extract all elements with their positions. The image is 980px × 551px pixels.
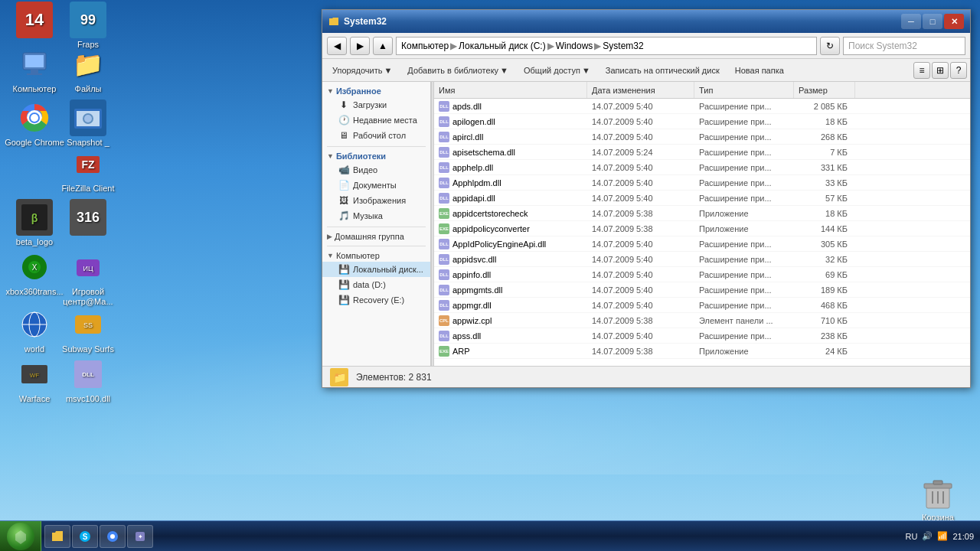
col-header-date[interactable]: Дата изменения bbox=[587, 82, 694, 98]
path-part-2[interactable]: Windows bbox=[556, 41, 593, 51]
favorites-header[interactable]: ▼ Избранное bbox=[322, 85, 430, 97]
table-row[interactable]: EXE ARP 14.07.2009 5:38 Приложение 24 КБ bbox=[434, 344, 970, 359]
table-row[interactable]: DLL apilogen.dll 14.07.2009 5:40 Расшире… bbox=[434, 114, 970, 129]
new-folder-button[interactable]: Новая папка bbox=[728, 61, 791, 80]
desktop-icon-filezilla[interactable]: FZ FileZilla Client bbox=[57, 145, 119, 194]
up-button[interactable]: ▲ bbox=[373, 37, 393, 55]
desktop-icon-msvc[interactable]: DLL msvc100.dll bbox=[57, 356, 119, 404]
table-row[interactable]: DLL apircl.dll 14.07.2009 5:40 Расширени… bbox=[434, 129, 970, 145]
table-row[interactable]: DLL appidsvc.dll 14.07.2009 5:40 Расшире… bbox=[434, 252, 970, 267]
taskbar-explorer[interactable] bbox=[44, 525, 70, 548]
path-sep-0: ▶ bbox=[450, 41, 457, 51]
taskbar-chrome[interactable] bbox=[100, 525, 126, 548]
desktop-icon-files[interactable]: 📁 Файлы bbox=[57, 46, 119, 94]
close-button[interactable]: ✕ bbox=[944, 14, 964, 29]
nav-documents[interactable]: 📄 Документы bbox=[322, 178, 430, 193]
col-header-name[interactable]: Имя bbox=[434, 82, 587, 98]
explorer-taskbar-icon bbox=[51, 530, 64, 543]
nav-local-disk[interactable]: 💾 Локальный диск... bbox=[322, 262, 430, 277]
desktop-icon-number14[interactable]: 14 bbox=[4, 2, 65, 40]
col-header-type[interactable]: Тип bbox=[694, 82, 794, 98]
table-row[interactable]: DLL appidapi.dll 14.07.2009 5:40 Расшире… bbox=[434, 191, 970, 206]
libraries-header[interactable]: ▼ Библиотеки bbox=[322, 150, 430, 162]
file-name: apds.dll bbox=[452, 102, 482, 111]
address-path[interactable]: Компьютер ▶ Локальный диск (C:) ▶ Window… bbox=[396, 37, 817, 55]
table-row[interactable]: EXE appidcertstorecheck 14.07.2009 5:38 … bbox=[434, 206, 970, 221]
file-date-cell: 14.07.2009 5:38 bbox=[587, 209, 694, 218]
desktop-icon-world[interactable]: world bbox=[4, 306, 65, 354]
table-row[interactable]: DLL appmgmts.dll 14.07.2009 5:40 Расшире… bbox=[434, 282, 970, 298]
organize-button[interactable]: Упорядочить ▼ bbox=[325, 61, 399, 80]
desktop-icon-igrovoy[interactable]: ИЦ Игровой центр@Ма... bbox=[57, 249, 119, 307]
nav-section-libraries: ▼ Библиотеки 📹 Видео 📄 Документы 🖼 Изобр… bbox=[322, 150, 430, 223]
table-row[interactable]: DLL apisetschema.dll 14.07.2009 5:24 Рас… bbox=[434, 145, 970, 160]
homegroup-header[interactable]: ▶ Домашняя группа bbox=[322, 230, 430, 243]
table-row[interactable]: EXE appidpolicyconverter 14.07.2009 5:38… bbox=[434, 221, 970, 236]
computer-header[interactable]: ▼ Компьютер bbox=[322, 249, 430, 262]
nav-downloads[interactable]: ⬇ Загрузки bbox=[322, 97, 430, 112]
share-button[interactable]: Общий доступ ▼ bbox=[517, 61, 597, 80]
file-type-cell: Приложение bbox=[694, 209, 794, 218]
desktop-icon-snapshot[interactable]: Snapshot _ bbox=[57, 99, 119, 148]
start-button[interactable] bbox=[0, 521, 41, 552]
view-details-button[interactable]: ≡ bbox=[913, 62, 930, 79]
nav-images[interactable]: 🖼 Изображения bbox=[322, 193, 430, 208]
desktop-icon-number99[interactable]: 99 Fraps bbox=[57, 2, 119, 50]
nav-recovery-e[interactable]: 💾 Recovery (E:) bbox=[322, 292, 430, 308]
view-tiles-button[interactable]: ⊞ bbox=[932, 62, 949, 79]
desktop-icon-chrome[interactable]: Google Chrome bbox=[4, 99, 65, 148]
tray-network-icon[interactable]: 📶 bbox=[937, 531, 948, 541]
col-header-size[interactable]: Размер bbox=[794, 82, 855, 98]
table-row[interactable]: DLL apss.dll 14.07.2009 5:40 Расширение … bbox=[434, 328, 970, 344]
table-row[interactable]: DLL appmgr.dll 14.07.2009 5:40 Расширени… bbox=[434, 298, 970, 313]
file-type-cell: Приложение bbox=[694, 347, 794, 356]
nav-recent[interactable]: 🕐 Недавние места bbox=[322, 112, 430, 128]
file-name-cell: DLL appmgr.dll bbox=[434, 300, 587, 311]
status-items-count: Элементов: 2 831 bbox=[356, 372, 432, 383]
minimize-button[interactable]: ─ bbox=[901, 14, 921, 29]
path-part-0[interactable]: Компьютер bbox=[401, 41, 449, 51]
nav-music[interactable]: 🎵 Музыка bbox=[322, 208, 430, 223]
table-row[interactable]: DLL AppIdPolicyEngineApi.dll 14.07.2009 … bbox=[434, 236, 970, 252]
file-date-cell: 14.07.2009 5:40 bbox=[587, 178, 694, 187]
help-button[interactable]: ? bbox=[950, 62, 967, 79]
path-part-3[interactable]: System32 bbox=[603, 41, 643, 51]
add-library-button[interactable]: Добавить в библиотеку ▼ bbox=[400, 61, 515, 80]
search-box[interactable]: Поиск System32 bbox=[843, 37, 965, 55]
desktop-icon-xbox360[interactable]: X xbox360trans... bbox=[4, 249, 65, 297]
path-part-1[interactable]: Локальный диск (C:) bbox=[459, 41, 546, 51]
taskbar-skype[interactable]: S bbox=[72, 525, 98, 548]
forward-button[interactable]: ▶ bbox=[350, 37, 370, 55]
nav-desktop[interactable]: 🖥 Рабочий стол bbox=[322, 128, 430, 143]
file-size-cell: 57 КБ bbox=[794, 194, 855, 203]
file-list[interactable]: Имя Дата изменения Тип Размер DLL apds.d… bbox=[434, 82, 970, 366]
back-button[interactable]: ◀ bbox=[327, 37, 347, 55]
table-row[interactable]: DLL apphelp.dll 14.07.2009 5:40 Расширен… bbox=[434, 160, 970, 175]
desktop-icon-recycle[interactable]: Корзина bbox=[907, 474, 969, 522]
file-type-icon: EXE bbox=[439, 208, 449, 219]
table-row[interactable]: DLL Apphlpdm.dll 14.07.2009 5:40 Расшире… bbox=[434, 175, 970, 191]
refresh-button[interactable]: ↻ bbox=[820, 37, 840, 55]
burn-button[interactable]: Записать на оптический диск bbox=[599, 61, 727, 80]
titlebar: System32 ─ □ ✕ bbox=[322, 10, 970, 33]
table-row[interactable]: DLL appinfo.dll 14.07.2009 5:40 Расширен… bbox=[434, 267, 970, 282]
taskbar-tools[interactable]: ✦ bbox=[127, 525, 153, 548]
file-size-cell: 7 КБ bbox=[794, 148, 855, 157]
tray-volume-icon[interactable]: 🔊 bbox=[922, 531, 933, 541]
desktop-icon-warface[interactable]: WF Warface bbox=[4, 356, 65, 404]
desktop-icon-computer[interactable]: Компьютер bbox=[4, 46, 65, 94]
table-row[interactable]: DLL apds.dll 14.07.2009 5:40 Расширение … bbox=[434, 99, 970, 114]
maximize-button[interactable]: □ bbox=[923, 14, 942, 29]
nav-data-d[interactable]: 💾 data (D:) bbox=[322, 277, 430, 292]
file-type-cell: Расширение при... bbox=[694, 331, 794, 341]
nav-video[interactable]: 📹 Видео bbox=[322, 162, 430, 178]
desktop-icon-subway[interactable]: SS Subway Surfs bbox=[57, 306, 119, 354]
desktop-icon-betalogo[interactable]: β beta_logo bbox=[4, 199, 65, 247]
file-size-cell: 144 КБ bbox=[794, 224, 855, 233]
desktop-icon-316[interactable]: 316 bbox=[57, 199, 119, 237]
file-date-cell: 14.07.2009 5:40 bbox=[587, 331, 694, 341]
file-name-cell: DLL apds.dll bbox=[434, 101, 587, 112]
table-row[interactable]: CPL appwiz.cpl 14.07.2009 5:38 Элемент п… bbox=[434, 313, 970, 328]
file-size-cell: 468 КБ bbox=[794, 301, 855, 310]
svg-point-39 bbox=[110, 534, 115, 539]
